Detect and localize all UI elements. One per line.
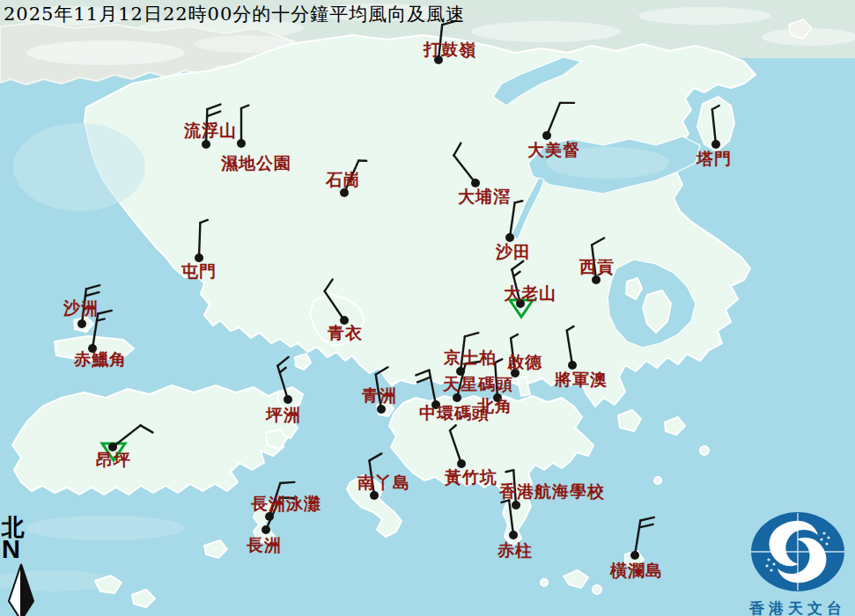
hko-logo: 香港天文台 HONG KONG OBSERVATORY — [741, 510, 855, 616]
station-label: 大美督 — [527, 142, 580, 159]
station-label: 將軍澳 — [555, 371, 608, 389]
station-dot — [377, 405, 386, 414]
station-dot — [568, 361, 577, 370]
station-dot — [542, 131, 551, 140]
hko-logo-name-cjk: 香港天文台 — [741, 598, 855, 616]
station-dot — [711, 140, 720, 149]
station-dot — [284, 395, 292, 404]
station-label: 北角 — [477, 398, 512, 415]
station-label: 京士柏 — [444, 349, 497, 367]
hong-kong-map — [0, 0, 855, 616]
station-label: 赤柱 — [498, 542, 533, 560]
station-label: 流浮山 — [184, 122, 237, 140]
station-label: 橫瀾島 — [610, 562, 663, 580]
station-dot — [509, 531, 518, 539]
station-label: 石崗 — [326, 172, 361, 189]
station-label: 香港航海學校 — [499, 483, 605, 501]
station-dot — [370, 491, 379, 500]
north-arrow-icon — [2, 562, 42, 616]
station-label: 長洲泳灘 — [251, 495, 321, 513]
station-label: 昂坪 — [96, 451, 131, 469]
station-label: 大埔滘 — [458, 188, 511, 206]
station-dot — [630, 551, 639, 560]
hko-logo-icon — [741, 510, 855, 593]
station-label: 長洲 — [247, 537, 282, 554]
station-label: 屯門 — [181, 263, 217, 281]
station-label: 青洲 — [362, 387, 397, 405]
compass: 北 N — [2, 516, 42, 616]
station-label: 打鼓嶺 — [424, 41, 476, 59]
station-dot — [262, 525, 270, 534]
station-label: 啟德 — [507, 354, 542, 371]
station-label: 天星碼頭 — [443, 376, 513, 393]
station-label: 黃竹坑 — [445, 469, 498, 487]
station-dot — [453, 393, 461, 402]
station-label: 青衣 — [328, 325, 363, 342]
wind-map-page: { "title": "2025年11月12日22時00分的十分鐘平均風向及風速… — [0, 0, 855, 616]
station-label: 濕地公園 — [221, 155, 291, 172]
compass-north-letter: N — [2, 537, 42, 562]
station-label: 沙田 — [496, 244, 531, 261]
station-dot — [77, 319, 86, 328]
station-dot — [237, 139, 246, 148]
station-dot — [512, 501, 520, 510]
station-label: 赤鱲角 — [74, 351, 127, 369]
station-label: 大老山 — [504, 285, 556, 303]
station-label: 南丫島 — [357, 474, 410, 492]
station-label: 西貢 — [579, 259, 615, 276]
station-label: 沙洲 — [63, 300, 99, 318]
station-dot — [340, 188, 349, 197]
station-dot — [505, 233, 514, 242]
station-label: 塔門 — [697, 150, 732, 168]
station-label: 坪洲 — [266, 407, 301, 424]
station-dot — [202, 140, 210, 149]
map-title: 2025年11月12日22時00分的十分鐘平均風向及風速 — [4, 2, 465, 26]
station-dot — [592, 275, 601, 284]
